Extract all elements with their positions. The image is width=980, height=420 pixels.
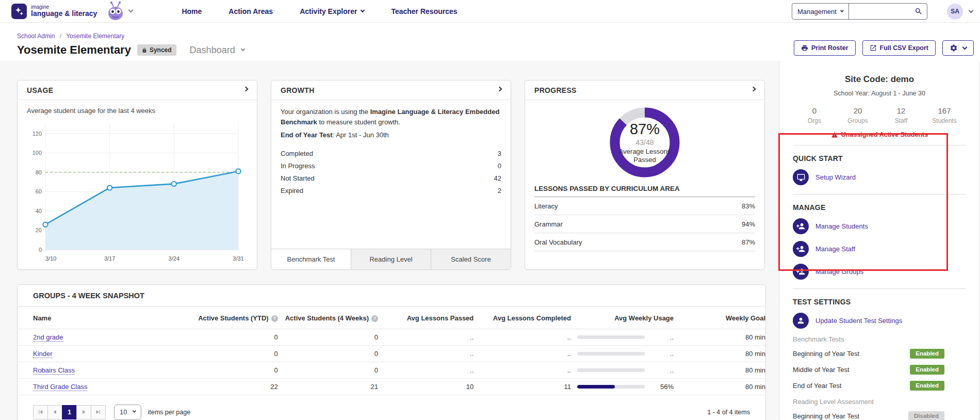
items-per-page-label: items per page <box>148 409 190 416</box>
pager-next-button[interactable] <box>76 405 91 419</box>
org-stat-students: 167Students <box>923 106 966 124</box>
setup-wizard-link[interactable]: Setup Wizard <box>793 169 966 185</box>
growth-card: GROWTH Your organization is using the Im… <box>271 80 511 270</box>
dashboard-view-selector[interactable]: Dashboard <box>190 45 244 56</box>
dashboard-main: USAGE Average student usage for the last… <box>0 61 779 420</box>
manage-title: MANAGE <box>793 203 966 212</box>
growth-stats-list: Completed3In Progress0Not Started42Expir… <box>281 147 501 197</box>
svg-text:20: 20 <box>36 227 42 233</box>
unassigned-students-warning[interactable]: Unassigned Active Students <box>793 131 966 138</box>
info-icon[interactable]: ? <box>271 315 278 322</box>
breadcrumb-separator: / <box>60 33 61 40</box>
brand-logo[interactable]: imagine language & literacy <box>11 4 97 19</box>
test-setting-label: Beginning of Year Test <box>793 350 859 358</box>
donut-percent: 87% <box>630 121 660 138</box>
cell-weekly-goal: 80 min <box>674 346 765 362</box>
pager-page-1-button[interactable]: 1 <box>62 405 77 419</box>
lessons-row-label: Grammar <box>534 220 563 228</box>
page-size-dropdown[interactable]: 10 <box>114 405 141 420</box>
cell-active-ytd: 22 <box>181 379 277 395</box>
growth-stat-row: In Progress0 <box>281 159 501 172</box>
nav-item-activity-explorer[interactable]: Activity Explorer <box>300 7 364 15</box>
full-csv-export-button[interactable]: Full CSV Export <box>862 40 936 56</box>
nav-item-home[interactable]: Home <box>182 7 202 15</box>
usage-card-header[interactable]: USAGE <box>18 80 257 100</box>
growth-tab-reading-level[interactable]: Reading Level <box>351 249 431 269</box>
search-icon[interactable] <box>910 4 927 19</box>
person-plus-icon <box>793 264 809 280</box>
growth-stat-value: 0 <box>498 162 501 170</box>
pager-last-button[interactable] <box>91 405 106 419</box>
site-code: Site Code: demo <box>793 74 966 85</box>
usage-bar-wrap: 56% <box>571 383 674 391</box>
person-icon <box>793 313 809 329</box>
nav-item-teacher-resources[interactable]: Teacher Resources <box>391 7 457 15</box>
cell-avg-lessons-passed: .. <box>378 362 473 379</box>
sparkle-logo-icon <box>11 4 27 19</box>
chevron-down-icon <box>361 8 365 12</box>
column-header-label: Active Students (4 Weeks) <box>285 314 369 322</box>
cell-avg-weekly-usage: .. <box>571 346 674 362</box>
mascot-avatar[interactable] <box>105 1 133 22</box>
pagination-range-label: 1 - 4 of 4 items <box>707 409 750 416</box>
lessons-rows: Literacy83%Grammar94%Oral Vocabulary87% <box>534 197 755 251</box>
lock-icon <box>142 47 147 53</box>
school-year: School Year: August 1 - June 30 <box>793 90 966 97</box>
printer-icon <box>801 44 808 52</box>
manage-section: MANAGE Manage StudentsManage StaffManage… <box>793 195 966 280</box>
cell-active-ytd: 0 <box>181 346 277 362</box>
sidebar-item-label: Manage Students <box>815 222 868 230</box>
group-name-link[interactable]: 2nd grade <box>33 333 63 342</box>
manage-students-link[interactable]: Manage Students <box>793 218 966 234</box>
manage-groups-link[interactable]: Manage Groups <box>793 264 966 280</box>
breadcrumb-current[interactable]: Yosemite Elementary <box>66 33 124 40</box>
cell-active-4weeks: 0 <box>278 346 378 362</box>
synced-badge: Synced <box>137 44 176 56</box>
pager-first-button[interactable] <box>33 405 48 419</box>
pager-prev-button[interactable] <box>47 405 62 419</box>
monitor-icon <box>793 169 809 185</box>
test-setting-row: Middle of Year TestEnabled <box>793 364 966 375</box>
usage-percent-label: .. <box>645 366 674 374</box>
search-input[interactable] <box>849 4 910 19</box>
search-scope-dropdown[interactable]: Management <box>792 4 849 19</box>
cell-active-4weeks: 0 <box>278 329 378 346</box>
user-avatar[interactable]: SA <box>947 4 963 20</box>
group-name-link[interactable]: Third Grade Class <box>33 383 87 391</box>
status-badge: Enabled <box>910 349 944 359</box>
lessons-passed-donut: 87% 43/48 Average Lessons Passed <box>610 107 680 177</box>
lessons-row-label: Literacy <box>534 202 558 210</box>
growth-card-header[interactable]: GROWTH <box>271 80 511 100</box>
growth-stat-row: Expired2 <box>281 184 501 197</box>
usage-percent-label: .. <box>645 350 674 358</box>
svg-text:80: 80 <box>36 169 42 175</box>
info-icon[interactable]: ? <box>371 315 378 322</box>
update-test-settings-link[interactable]: Update Student Test Settings <box>793 313 966 329</box>
usage-bar-wrap: .. <box>571 366 674 374</box>
breadcrumb-school-admin[interactable]: School Admin <box>17 33 55 40</box>
chevron-down-icon <box>133 409 136 413</box>
lessons-row-value: 83% <box>742 202 755 210</box>
user-menu-chevron-icon[interactable] <box>969 8 974 13</box>
breadcrumb: School Admin / Yosemite Elementary <box>17 33 124 40</box>
progress-card-header[interactable]: PROGRESS <box>525 80 764 100</box>
quick-start-section: QUICK START Setup Wizard <box>793 146 966 185</box>
manage-staff-link[interactable]: Manage Staff <box>793 241 966 257</box>
nav-item-action-areas[interactable]: Action Areas <box>228 7 273 15</box>
org-stat-groups: 20Groups <box>836 106 879 124</box>
growth-description: Your organization is using the Imagine L… <box>281 107 501 127</box>
svg-text:0: 0 <box>39 247 42 253</box>
print-roster-button[interactable]: Print Roster <box>794 40 856 56</box>
column-header-label: Avg Lessons Passed <box>407 314 474 322</box>
group-name-link[interactable]: Kinder <box>33 350 53 358</box>
view-label: Dashboard <box>190 45 235 56</box>
cell-avg-lessons-passed: .. <box>378 346 473 362</box>
settings-dropdown-button[interactable] <box>942 40 974 56</box>
test-setting-row: End of Year TestEnabled <box>793 380 966 391</box>
lessons-row-value: 87% <box>742 238 755 246</box>
growth-tab-scaled-score[interactable]: Scaled Score <box>431 249 511 269</box>
group-name-link[interactable]: Robairs Class <box>33 366 75 375</box>
search-scope-label: Management <box>797 8 837 15</box>
org-stat-value: 12 <box>879 106 923 115</box>
growth-tab-benchmark-test[interactable]: Benchmark Test <box>271 249 351 269</box>
